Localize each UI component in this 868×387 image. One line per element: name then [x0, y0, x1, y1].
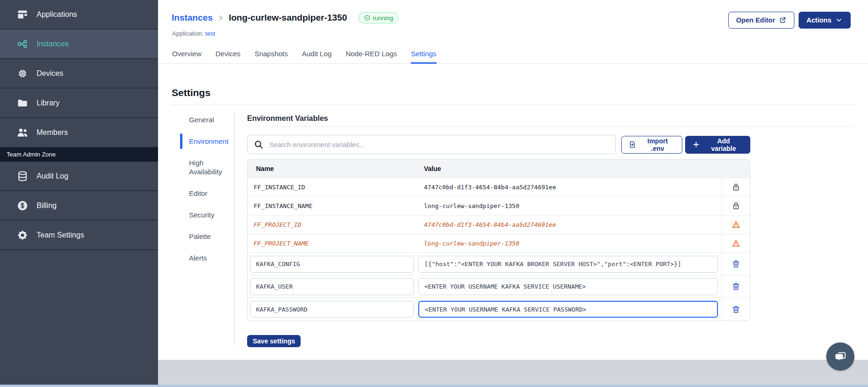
environment-section: Environment Variables Import .env Add va… — [247, 114, 853, 347]
column-header-name: Name — [248, 165, 418, 172]
breadcrumb: Instances long-curlew-sandpiper-1350 run… — [172, 12, 399, 23]
application-label: Application: — [172, 30, 204, 37]
env-controls: Import .env Add variable — [247, 135, 750, 154]
settings-nav-alerts[interactable]: Alerts — [180, 253, 233, 262]
settings-nav-security[interactable]: Security — [180, 210, 233, 219]
save-settings-button[interactable]: Save settings — [247, 335, 301, 347]
applications-icon — [17, 9, 28, 20]
main-area: Instances long-curlew-sandpiper-1350 run… — [158, 0, 868, 387]
status-badge: running — [358, 12, 399, 23]
sidebar-item-library[interactable]: Library — [0, 89, 158, 118]
actions-label: Actions — [807, 16, 831, 24]
breadcrumb-instances-link[interactable]: Instances — [172, 13, 213, 23]
billing-icon — [17, 200, 28, 211]
settings-nav-high-availability[interactable]: High Availability — [180, 158, 233, 176]
lock-icon — [732, 183, 740, 192]
import-env-label: Import .env — [640, 137, 675, 152]
env-variables-table: Name Value FF_INSTANCE_ID 4747c0bd-d1f3-… — [247, 159, 750, 321]
settings-nav-general[interactable]: General — [180, 115, 233, 124]
sidebar-item-team-settings[interactable]: Team Settings — [0, 221, 158, 250]
settings-nav-divider — [234, 112, 234, 346]
app-window: Applications Instances Devices Library M… — [0, 0, 868, 387]
members-icon — [17, 127, 28, 138]
table-row: FF_INSTANCE_NAME long-curlew-sandpiper-1… — [248, 197, 750, 216]
open-editor-button[interactable]: Open Editor — [728, 12, 794, 29]
settings-nav-palette[interactable]: Palette — [180, 232, 233, 241]
sidebar-item-instances[interactable]: Instances — [0, 30, 158, 59]
env-var-name: FF_INSTANCE_ID — [248, 184, 418, 191]
search-icon — [254, 140, 264, 149]
table-row — [248, 275, 750, 298]
tab-snapshots[interactable]: Snapshots — [255, 50, 288, 64]
window-bottom-edge — [0, 385, 868, 387]
search-box — [247, 135, 616, 154]
sidebar-item-members[interactable]: Members — [0, 118, 158, 148]
trash-icon[interactable] — [732, 282, 740, 291]
warning-icon — [732, 220, 740, 229]
import-env-button[interactable]: Import .env — [621, 136, 682, 154]
column-header-value: Value — [418, 165, 722, 172]
table-row: FF_PROJECT_ID 4747c0bd-d1f3-4654-84b4-aa… — [248, 216, 750, 234]
add-variable-label: Add variable — [704, 137, 743, 152]
table-header: Name Value — [248, 159, 750, 178]
sidebar: Applications Instances Devices Library M… — [0, 0, 158, 387]
section-divider — [247, 127, 853, 127]
env-var-value: long-curlew-sandpiper-1350 — [418, 240, 722, 247]
table-row: FF_INSTANCE_ID 4747c0bd-d1f3-4654-84b4-a… — [248, 178, 750, 197]
devices-icon — [17, 68, 28, 79]
actions-button[interactable]: Actions — [799, 12, 851, 29]
env-var-name-input[interactable] — [250, 301, 414, 318]
chat-widget-button[interactable] — [826, 342, 854, 371]
env-var-value-input[interactable] — [418, 278, 718, 295]
settings-nav-environment[interactable]: Environment — [180, 137, 233, 146]
footer-band — [158, 360, 868, 385]
header-actions: Open Editor Actions — [728, 12, 851, 29]
settings-nav-editor[interactable]: Editor — [180, 189, 233, 198]
sidebar-item-billing[interactable]: Billing — [0, 191, 158, 221]
env-var-value: 4747c0bd-d1f3-4654-84b4-aa5d274691ee — [418, 221, 722, 228]
tab-settings[interactable]: Settings — [411, 50, 436, 64]
sidebar-item-label: Team Settings — [37, 231, 84, 239]
open-editor-label: Open Editor — [736, 16, 775, 24]
sidebar-item-label: Billing — [37, 201, 57, 210]
table-row — [248, 298, 750, 320]
section-title: Environment Variables — [247, 114, 853, 123]
env-var-value-input[interactable] — [418, 256, 718, 273]
env-var-name-input[interactable] — [250, 256, 414, 273]
env-var-name-input[interactable] — [250, 278, 414, 295]
sidebar-item-label: Library — [37, 99, 60, 107]
settings-nav: General Environment High Availability Ed… — [180, 115, 233, 275]
status-label: running — [373, 15, 393, 22]
sidebar-item-label: Instances — [37, 40, 68, 48]
tab-overview[interactable]: Overview — [172, 50, 202, 64]
table-row: FF_PROJECT_NAME long-curlew-sandpiper-13… — [248, 234, 750, 253]
application-line: Application: test — [172, 30, 215, 37]
tab-audit-log[interactable]: Audit Log — [302, 50, 332, 64]
tab-node-red-logs[interactable]: Node-RED Logs — [346, 50, 397, 64]
page-title: Settings — [172, 87, 211, 98]
team-admin-zone-header: Team Admin Zone — [0, 148, 158, 162]
sidebar-item-devices[interactable]: Devices — [0, 59, 158, 89]
env-var-value: long-curlew-sandpiper-1350 — [418, 202, 722, 209]
instances-icon — [17, 38, 28, 50]
chevron-down-icon — [835, 16, 843, 24]
document-download-icon — [628, 141, 636, 149]
warning-icon — [732, 239, 740, 248]
sidebar-item-label: Devices — [37, 69, 63, 78]
sidebar-item-audit-log[interactable]: Audit Log — [0, 162, 158, 191]
table-row — [248, 253, 750, 275]
instance-name: long-curlew-sandpiper-1350 — [229, 13, 347, 23]
team-settings-icon — [17, 230, 28, 241]
trash-icon[interactable] — [732, 260, 740, 268]
trash-icon[interactable] — [732, 305, 740, 314]
sidebar-item-applications[interactable]: Applications — [0, 0, 158, 30]
chevron-right-icon — [218, 15, 224, 21]
library-icon — [17, 97, 28, 109]
tab-devices[interactable]: Devices — [216, 50, 241, 64]
application-link[interactable]: test — [205, 30, 215, 37]
search-input[interactable] — [247, 135, 616, 154]
instance-tabs: Overview Devices Snapshots Audit Log Nod… — [158, 46, 868, 64]
sidebar-item-label: Applications — [37, 10, 77, 19]
env-var-value-input-focused[interactable] — [418, 301, 718, 318]
add-variable-button[interactable]: Add variable — [685, 136, 750, 154]
